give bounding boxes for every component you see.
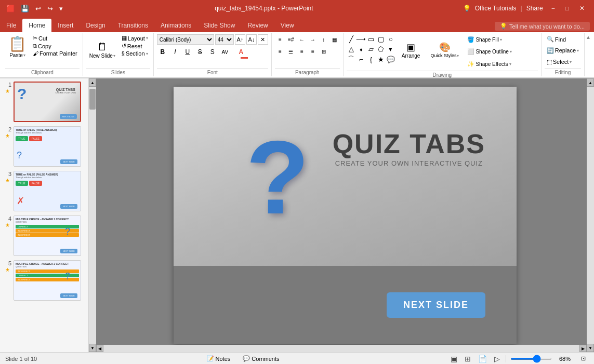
slide-thumb-4[interactable]: 4 ★ MULTIPLE CHOICE - ANSWER 1 CORRECT Q…: [2, 214, 86, 257]
maximize-button[interactable]: □: [560, 5, 574, 12]
char-spacing-button[interactable]: AV: [219, 46, 231, 58]
customize-qat-button[interactable]: ▾: [57, 4, 65, 14]
tab-design[interactable]: Design: [80, 19, 111, 32]
justify-button[interactable]: ≡: [308, 46, 318, 57]
font-color-button[interactable]: A: [235, 46, 247, 58]
fit-slide-button[interactable]: ⊡: [578, 355, 589, 362]
tab-file[interactable]: File: [0, 19, 22, 32]
close-button[interactable]: ✕: [574, 5, 590, 12]
canvas-scroll-down[interactable]: ▼: [587, 344, 594, 352]
shape-connector[interactable]: ⌐: [357, 55, 366, 64]
paste-button[interactable]: 📋 Paste ▾: [5, 34, 30, 59]
slide-thumb-5[interactable]: 5 ★ MULTIPLE CHOICE - ANSWER 2 CORRECT Q…: [2, 259, 86, 302]
reset-button[interactable]: ↺ Reset: [120, 42, 150, 50]
comments-button[interactable]: 💬 Comments: [240, 355, 282, 362]
select-button[interactable]: ⬚ Select ▾: [545, 58, 574, 66]
quick-styles-arrow[interactable]: ▾: [457, 53, 459, 58]
layout-button[interactable]: ▦ Layout ▾: [120, 34, 150, 42]
bold-button[interactable]: B: [157, 46, 168, 58]
tab-view[interactable]: View: [274, 19, 300, 32]
save-button[interactable]: 💾: [19, 4, 31, 14]
zoom-button[interactable]: 68%: [556, 355, 574, 362]
align-right-button[interactable]: ≡: [297, 46, 307, 57]
shape-bracket[interactable]: {: [366, 55, 376, 64]
hscroll-right[interactable]: ▶: [579, 345, 587, 352]
canvas-scroll-up[interactable]: ▲: [587, 78, 594, 87]
shape-circle[interactable]: ○: [386, 34, 395, 44]
shape-arrow-line[interactable]: ⟶: [357, 34, 366, 44]
shape-rect[interactable]: ▭: [366, 34, 376, 44]
section-button[interactable]: § Section ▾: [120, 50, 150, 57]
undo-button[interactable]: ↩: [33, 4, 43, 14]
app-icon[interactable]: 🟥: [4, 4, 17, 14]
new-slide-button[interactable]: 🗒 New Slide ▾: [86, 34, 118, 65]
clear-format-button[interactable]: ✕: [258, 34, 268, 45]
minimize-button[interactable]: −: [546, 5, 560, 12]
font-name-select[interactable]: Calibri (Body): [157, 34, 214, 45]
normal-view-button[interactable]: ▣: [449, 354, 459, 363]
shape-pentagon[interactable]: ⬠: [376, 44, 386, 53]
numbering-button[interactable]: ≡#: [286, 34, 296, 45]
tell-me-input[interactable]: 💡 Tell me what you want to do...: [495, 22, 590, 31]
reading-view-button[interactable]: 📄: [477, 354, 489, 363]
replace-arrow[interactable]: ▾: [577, 48, 579, 53]
shape-arrow[interactable]: ⬧: [357, 44, 366, 53]
new-slide-arrow[interactable]: ▾: [113, 53, 115, 58]
italic-button[interactable]: I: [169, 46, 181, 58]
shape-round-rect[interactable]: ▢: [376, 34, 386, 44]
zoom-slider[interactable]: [510, 358, 552, 360]
bullets-button[interactable]: ≡: [275, 34, 285, 45]
shadow-button[interactable]: S: [207, 46, 218, 58]
select-arrow[interactable]: ▾: [570, 60, 572, 64]
shape-fill-arrow[interactable]: ▾: [500, 37, 502, 42]
shape-outline-arrow[interactable]: ▾: [510, 49, 512, 54]
format-painter-button[interactable]: 🖌 Format Painter: [31, 50, 80, 57]
underline-button[interactable]: U: [182, 46, 193, 58]
increase-indent-button[interactable]: →: [308, 34, 318, 45]
paste-dropdown-arrow[interactable]: ▾: [23, 53, 25, 58]
tab-insert[interactable]: Insert: [51, 19, 80, 32]
smartart-button[interactable]: ⊞: [319, 46, 329, 57]
shape-more[interactable]: ▾: [386, 44, 395, 53]
replace-button[interactable]: 🔄 Replace ▾: [545, 47, 581, 55]
tab-home[interactable]: Home: [22, 19, 51, 32]
align-left-button[interactable]: ≡: [275, 46, 285, 57]
share-button[interactable]: Share: [526, 5, 543, 12]
font-size-select[interactable]: 44: [215, 34, 234, 45]
scroll-down-button[interactable]: ▼: [89, 344, 96, 352]
tab-animations[interactable]: Animations: [154, 19, 197, 32]
next-slide-button[interactable]: NEXT SLIDE: [387, 292, 485, 318]
grow-font-button[interactable]: A↑: [235, 34, 245, 45]
strikethrough-button[interactable]: S: [194, 46, 206, 58]
scroll-up-button[interactable]: ▲: [89, 78, 96, 87]
section-arrow[interactable]: ▾: [146, 51, 148, 56]
slide-canvas[interactable]: ? QUIZ TABS CREATE YOUR OWN INTERACTIVE …: [174, 87, 517, 344]
align-center-button[interactable]: ☰: [286, 46, 296, 57]
shape-parallelogram[interactable]: ▱: [366, 44, 376, 53]
layout-arrow[interactable]: ▾: [146, 36, 148, 41]
shape-effects-arrow[interactable]: ▾: [509, 62, 511, 66]
collapse-ribbon-button[interactable]: ▲: [586, 34, 591, 40]
slide-sorter-button[interactable]: ⊞: [463, 354, 472, 363]
cut-button[interactable]: ✂ Cut: [31, 34, 80, 42]
find-button[interactable]: 🔍 Find: [545, 35, 568, 43]
hscroll-left[interactable]: ◀: [96, 345, 103, 352]
tab-review[interactable]: Review: [241, 19, 274, 32]
shape-line[interactable]: ╱: [347, 34, 356, 44]
notes-button[interactable]: 📝 Notes: [204, 355, 234, 362]
line-spacing-button[interactable]: ↕: [319, 34, 329, 45]
office-tutorials-label[interactable]: Office Tutorials: [475, 5, 517, 12]
tab-transitions[interactable]: Transitions: [112, 19, 154, 32]
shape-fill-button[interactable]: 🪣 Shape Fill ▾: [465, 36, 513, 44]
arrange-button[interactable]: ▣ Arrange: [398, 34, 425, 65]
shape-callout[interactable]: 💬: [386, 55, 395, 64]
columns-button[interactable]: ▦: [329, 34, 340, 45]
slide-thumb-3[interactable]: 3 ★ TRUE or FALSE (FALSE ANSWER) Through…: [2, 170, 86, 212]
quick-styles-button[interactable]: 🎨 Quick Styles ▾: [426, 34, 463, 65]
slideshow-button[interactable]: ▷: [493, 354, 501, 363]
shape-curve[interactable]: ⌒: [347, 55, 356, 64]
tab-slideshow[interactable]: Slide Show: [197, 19, 241, 32]
scroll-thumb[interactable]: [89, 89, 96, 110]
shape-effects-button[interactable]: ✨ Shape Effects ▾: [465, 60, 513, 68]
shape-outline-button[interactable]: ⬜ Shape Outline ▾: [465, 48, 513, 56]
